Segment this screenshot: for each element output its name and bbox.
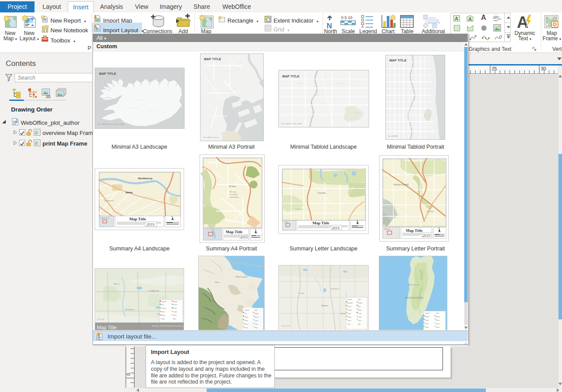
svg-text:City: City — [161, 304, 164, 306]
svg-text:2019: 2019 — [240, 235, 247, 239]
svg-text:City: City — [244, 313, 247, 315]
svg-text:Antananarivo: Antananarivo — [408, 284, 420, 286]
svg-text:Washington: Washington — [230, 196, 239, 198]
svg-text:Parks: Parks — [244, 320, 248, 322]
svg-text:Roads: Roads — [436, 316, 440, 318]
svg-text:Helena: Helena — [114, 283, 120, 285]
svg-text:Avondale: Avondale — [427, 210, 435, 212]
svg-text:Esri, HERE, Garmin, FAO, NOAA: Esri, HERE, Garmin, FAO, NOAA — [98, 123, 124, 125]
svg-text:Demarest: Demarest — [331, 288, 339, 290]
svg-text:Trails: Trails — [358, 313, 362, 315]
svg-text:Map Author: WGS 1984 Web Merca: Map Author: WGS 1984 Web Mercator Auxili… — [152, 325, 184, 327]
svg-text:Urban: Urban — [425, 327, 429, 328]
svg-text:COMANCHE: COMANCHE — [148, 290, 159, 292]
svg-text:State: State — [161, 311, 165, 313]
svg-text:0 5 10: 0 5 10 — [341, 15, 352, 20]
svg-text:Woodward: Woodward — [125, 308, 135, 311]
svg-text:Urban: Urban — [244, 323, 248, 325]
svg-text:County: County — [161, 307, 166, 309]
svg-text:Creskill: Creskill — [298, 292, 304, 294]
svg-text:2019: 2019 — [423, 233, 430, 238]
svg-text:Map Title: Map Title — [97, 325, 117, 330]
svg-text:Map Title: Map Title — [226, 230, 243, 234]
svg-text:0 0.5 1 2 mi: 0 0.5 1 2 mi — [281, 325, 290, 327]
svg-text:Misc: Misc — [358, 323, 361, 325]
svg-text:County: County — [347, 309, 352, 311]
svg-text:Type: Type — [436, 312, 439, 314]
svg-text:Other: Other — [358, 320, 362, 322]
svg-text:Trails: Trails — [254, 323, 258, 325]
svg-text:Velindady: Velindady — [230, 193, 237, 196]
svg-text:Lakes: Lakes — [254, 320, 258, 322]
svg-text:Winarky: Winarky — [230, 191, 236, 193]
svg-text:Esri, HERE, Garmin, FAO: Esri, HERE, Garmin, FAO — [281, 123, 302, 125]
svg-text:MAP TITLE: MAP TITLE — [282, 75, 300, 78]
svg-text:Tijuca: Tijuca — [215, 281, 220, 283]
svg-text:Map Title: Map Title — [129, 217, 146, 221]
svg-text:Rivers: Rivers — [173, 304, 177, 306]
svg-text:Parks: Parks — [173, 307, 177, 309]
svg-text:MADAGASCAR: MADAGASCAR — [405, 297, 424, 299]
svg-text:Rural: Rural — [244, 327, 248, 329]
svg-text:MAP TITLE: MAP TITLE — [389, 59, 407, 62]
svg-text:Mandaluyong: Mandaluyong — [138, 177, 152, 180]
svg-text:MAP TITLE: MAP TITLE — [204, 58, 221, 61]
svg-text:District: District — [347, 306, 352, 307]
svg-text:Parks: Parks — [347, 313, 351, 315]
svg-text:Esri, HERE, Garmin: Esri, HERE, Garmin — [203, 136, 219, 138]
svg-text:Water: Water — [358, 309, 362, 311]
svg-text:Sites: Sites — [347, 323, 350, 325]
svg-text:Rio de Janeiro: Rio de Janeiro — [236, 276, 248, 278]
svg-text:Quezon City: Quezon City — [100, 217, 109, 219]
svg-text:Parks: Parks — [425, 323, 429, 325]
svg-text:Legend: Legend — [161, 301, 166, 303]
svg-text:Glenside: Glenside — [318, 192, 326, 194]
svg-text:Type: Type — [254, 309, 258, 311]
svg-text:Esri, HERE: Esri, HERE — [389, 135, 398, 137]
svg-text:0: 0 — [126, 373, 131, 376]
svg-text:Lakes: Lakes — [173, 311, 177, 313]
svg-text:Roads: Roads — [358, 302, 362, 304]
svg-text:Paths: Paths — [358, 316, 362, 318]
svg-text:Urban: Urban — [161, 315, 165, 316]
svg-text:Borough: Borough — [347, 302, 353, 304]
svg-text:A: A — [455, 16, 458, 21]
svg-text:Misc: Misc — [173, 318, 176, 320]
svg-text:MAP TITLE: MAP TITLE — [99, 72, 116, 75]
svg-text:Rail: Rail — [358, 306, 361, 307]
svg-text:25: 25 — [492, 66, 497, 71]
svg-text:Other: Other — [254, 327, 258, 329]
svg-text:2019: 2019 — [332, 226, 339, 230]
svg-text:abc: abc — [493, 15, 500, 19]
svg-text:Type: Type — [358, 299, 361, 300]
svg-text:Map Title: Map Title — [406, 228, 423, 233]
svg-text:Region: Region — [425, 316, 429, 318]
svg-text:Legend: Legend — [244, 309, 249, 311]
svg-text:1 0 1 2 mi: 1 0 1 2 mi — [97, 319, 104, 320]
svg-text:Rivers: Rivers — [254, 316, 258, 318]
svg-text:Rivers: Rivers — [436, 319, 440, 321]
svg-text:Altamira: Altamira — [385, 228, 390, 230]
svg-text:Rural: Rural — [161, 318, 165, 320]
svg-text:2019: 2019 — [146, 222, 155, 227]
svg-text:Peaks: Peaks — [244, 316, 248, 318]
svg-text:Roads: Roads — [173, 301, 177, 303]
svg-text:Kranslyn Landhill: Kranslyn Landhill — [393, 184, 408, 186]
svg-text:San Antonio: San Antonio — [104, 200, 114, 202]
svg-text:Other: Other — [173, 315, 177, 316]
svg-text:W Cank: W Cank — [229, 185, 236, 188]
svg-text:Lester: Lester — [284, 221, 289, 223]
svg-text:Urban: Urban — [347, 316, 351, 318]
svg-text:Zones: Zones — [347, 320, 351, 322]
svg-text:Legend: Legend — [425, 312, 430, 314]
svg-text:Legend: Legend — [347, 299, 352, 300]
svg-text:Other: Other — [436, 327, 440, 328]
svg-text:Laverock: Laverock — [296, 208, 303, 210]
svg-text:Lakes: Lakes — [436, 323, 440, 325]
svg-text:Map Title: Map Title — [312, 221, 329, 225]
svg-text:Closter: Closter — [321, 304, 328, 307]
svg-text:A: A — [469, 16, 472, 22]
svg-text:Makati: Makati — [126, 191, 133, 194]
svg-text:Roads: Roads — [254, 313, 259, 315]
svg-text:30: 30 — [541, 66, 546, 71]
